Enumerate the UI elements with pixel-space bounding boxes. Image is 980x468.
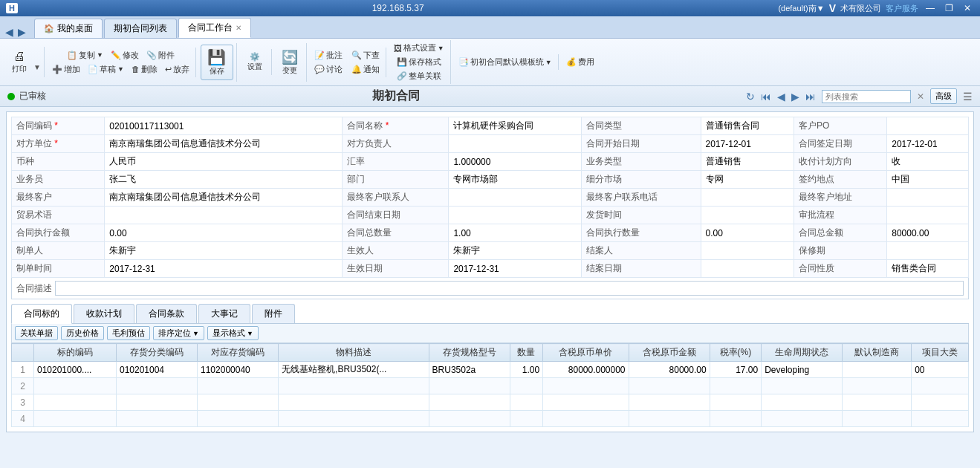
check-btn[interactable]: 🔍 下查	[348, 49, 383, 62]
cell-inventory_category[interactable]: 010201004	[116, 362, 197, 378]
cell-row_num[interactable]: 3	[12, 394, 34, 411]
cell-tax_amount[interactable]: 80000.00	[629, 362, 710, 378]
cell-row_num[interactable]: 2	[12, 378, 34, 394]
related-query-btn[interactable]: 关联单据	[15, 326, 58, 340]
save-format-btn[interactable]: 💾 保存格式	[394, 56, 444, 68]
cell-item_type[interactable]	[912, 394, 969, 411]
tab-payment-plan[interactable]: 收款计划	[74, 304, 134, 323]
table-row[interactable]: 4	[12, 411, 969, 427]
cell-description[interactable]: 无线基站整机,BRU3502(...	[279, 362, 429, 378]
cell-item_type[interactable]	[912, 411, 969, 427]
cell-model_no[interactable]	[429, 394, 510, 411]
format-settings-btn[interactable]: 🖼 格式设置 ▼	[391, 42, 447, 54]
cancel-btn[interactable]: ↩ 放弃	[162, 63, 192, 76]
whole-associate-btn[interactable]: 🔗 整单关联	[394, 70, 444, 82]
add-btn[interactable]: ➕ 增加	[49, 63, 83, 76]
cell-lifecycle[interactable]	[762, 378, 843, 394]
cell-tax_amount[interactable]	[629, 378, 710, 394]
cell-tax_amount[interactable]	[629, 394, 710, 411]
cell-inventory_category[interactable]	[116, 378, 197, 394]
cell-default_supplier[interactable]	[843, 362, 912, 378]
tab-contract-terms[interactable]: 合同条款	[136, 304, 197, 323]
tab-attachments[interactable]: 附件	[252, 304, 295, 323]
table-row[interactable]: 3	[12, 394, 969, 411]
sidebar-toggle-icon[interactable]: ☰	[963, 91, 973, 103]
cell-model_no[interactable]	[429, 378, 510, 394]
cell-lifecycle[interactable]	[762, 411, 843, 427]
nav-back[interactable]: ◀	[3, 26, 16, 38]
cell-item_code[interactable]	[34, 378, 117, 394]
cell-inv_code[interactable]	[198, 378, 279, 394]
cell-inv_code[interactable]	[198, 411, 279, 427]
display-dropdown-icon[interactable]: ▼	[247, 330, 253, 337]
cell-qty[interactable]	[510, 378, 542, 394]
copy-dropdown[interactable]: ▼	[97, 51, 103, 59]
cell-item_code[interactable]: 010201000....	[34, 362, 117, 378]
cell-tax_unit_price[interactable]	[543, 411, 629, 427]
table-row[interactable]: 1010201000....0102010041102000040无线基站整机,…	[12, 362, 969, 378]
search-input[interactable]	[822, 90, 911, 103]
expense-btn[interactable]: 💰 费用	[563, 56, 597, 68]
cell-qty[interactable]	[510, 411, 542, 427]
display-format-btn[interactable]: 显示格式 ▼	[207, 326, 259, 340]
print-dropdown[interactable]: ▼	[33, 63, 41, 71]
nav-prev-btn[interactable]: ◀	[777, 91, 785, 103]
cell-tax_amount[interactable]	[629, 411, 710, 427]
cell-tax_unit_price[interactable]	[543, 378, 629, 394]
desc-input[interactable]	[55, 281, 964, 296]
tab-contract-items[interactable]: 合同标的	[11, 304, 72, 324]
cell-tax_rate[interactable]	[710, 394, 762, 411]
cell-qty[interactable]	[510, 394, 542, 411]
save-btn[interactable]: 💾 保存	[201, 45, 233, 80]
cell-default_supplier[interactable]	[843, 394, 912, 411]
cell-lifecycle[interactable]: Developing	[762, 362, 843, 378]
table-row[interactable]: 2	[12, 378, 969, 394]
price-history-btn[interactable]: 历史价格	[61, 326, 104, 340]
cell-tax_rate[interactable]	[710, 411, 762, 427]
cell-model_no[interactable]	[429, 411, 510, 427]
tab-milestones[interactable]: 大事记	[198, 304, 250, 323]
print-btn[interactable]: 🖨 打印	[6, 48, 33, 76]
notify-btn[interactable]: 🔔 通知	[348, 63, 383, 76]
format-dropdown[interactable]: ▼	[438, 45, 444, 52]
cell-inv_code[interactable]	[198, 394, 279, 411]
tab-desktop[interactable]: 🏠 我的桌面	[34, 19, 103, 38]
nav-refresh-btn[interactable]: ↻	[746, 91, 755, 103]
cell-default_supplier[interactable]	[843, 411, 912, 427]
nav-last-btn[interactable]: ⏭	[805, 91, 816, 103]
cell-row_num[interactable]: 1	[12, 362, 34, 378]
draft-dropdown[interactable]: ▼	[117, 65, 124, 73]
contract-template-btn[interactable]: 📑 初初合同默认模板统 ▼	[455, 56, 555, 68]
gross-estimate-btn[interactable]: 毛利预估	[107, 326, 150, 340]
tab-close-btn[interactable]: ✕	[236, 24, 241, 32]
cell-item_type[interactable]	[912, 378, 969, 394]
cell-inv_code[interactable]: 1102000040	[198, 362, 279, 378]
cell-lifecycle[interactable]	[762, 394, 843, 411]
minimize-btn[interactable]: —	[923, 3, 938, 13]
draft-btn[interactable]: 📄 草稿 ▼	[85, 63, 127, 76]
service-link[interactable]: 客户服务	[886, 3, 918, 14]
cell-default_supplier[interactable]	[843, 378, 912, 394]
nav-forward[interactable]: ▶	[16, 26, 28, 38]
close-btn[interactable]: ✕	[961, 3, 974, 13]
cell-inventory_category[interactable]	[116, 411, 197, 427]
batch-btn[interactable]: 📝 批注	[311, 49, 345, 62]
discuss-btn[interactable]: 💬 讨论	[311, 63, 345, 76]
sort-locate-btn[interactable]: 排序定位 ▼	[153, 326, 204, 340]
copy-btn[interactable]: 📋 复制 ▼	[64, 49, 106, 62]
cell-inventory_category[interactable]	[116, 394, 197, 411]
cell-description[interactable]	[279, 378, 429, 394]
template-dropdown[interactable]: ▼	[545, 59, 552, 66]
cell-description[interactable]	[279, 411, 429, 427]
tab-contract-list[interactable]: 期初合同列表	[104, 19, 177, 38]
nav-first-btn[interactable]: ⏮	[761, 91, 771, 103]
cell-tax_rate[interactable]	[710, 378, 762, 394]
cell-row_num[interactable]: 4	[12, 411, 34, 427]
cell-tax_unit_price[interactable]	[543, 394, 629, 411]
nav-next-btn[interactable]: ▶	[791, 91, 799, 103]
cell-description[interactable]	[279, 394, 429, 411]
change-btn[interactable]: 🔄 变更	[276, 45, 303, 80]
cell-item_code[interactable]	[34, 394, 117, 411]
edit-btn[interactable]: ✏️ 修改	[108, 49, 142, 62]
cell-qty[interactable]: 1.00	[510, 362, 542, 378]
